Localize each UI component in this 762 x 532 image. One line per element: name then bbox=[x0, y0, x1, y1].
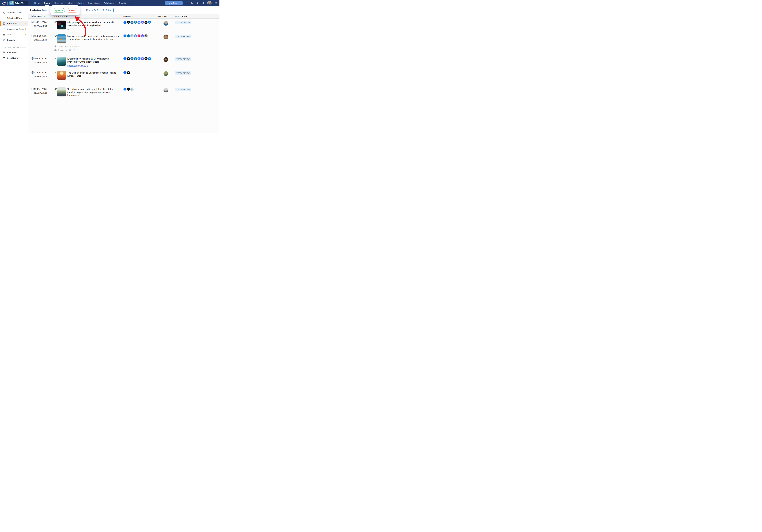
col-created-on[interactable]: CREATED ON bbox=[34, 15, 54, 17]
repeat-text: Repeats weekly bbox=[58, 49, 72, 51]
send-icon bbox=[3, 11, 5, 14]
move-to-draft-label: Move to Draft bbox=[86, 9, 98, 11]
created-on-time: 09:23 AM, EDT bbox=[34, 25, 54, 27]
brand-logo bbox=[9, 1, 14, 5]
nav-item-inbox[interactable]: Inbox bbox=[65, 0, 75, 6]
created-on-date: 15 Feb 2026 bbox=[34, 35, 54, 37]
zoho-social-logo-icon[interactable] bbox=[2, 1, 6, 5]
table-row[interactable]: 19 Feb 2026 09:23 AM, EDT #fintips Waymo… bbox=[28, 19, 219, 32]
x-icon: X bbox=[127, 57, 130, 60]
post-thumbnail[interactable] bbox=[57, 57, 66, 66]
nav-item-collaborate[interactable]: Collaborate bbox=[102, 0, 116, 6]
created-on-time: 10:33 AM, EDT bbox=[34, 39, 54, 41]
post-thumbnail[interactable] bbox=[57, 34, 66, 43]
drafts-icon bbox=[3, 33, 5, 36]
creator-avatar[interactable] bbox=[164, 71, 168, 76]
nav-item-monitor[interactable]: Monitor bbox=[75, 0, 86, 6]
sidebar-item-published-posts[interactable]: Published Posts bbox=[0, 10, 28, 15]
user-avatar[interactable] bbox=[207, 1, 211, 5]
sidebar-item-unpublished-posts[interactable]: Unpublished Posts3 bbox=[0, 26, 28, 32]
sidebar-item-social-library[interactable]: Social Library bbox=[0, 55, 28, 61]
delete-label: Delete bbox=[106, 9, 112, 11]
facebook-icon: f bbox=[123, 57, 126, 60]
status-badge: YET TO REVIEW bbox=[175, 21, 191, 24]
plus-icon: + bbox=[166, 2, 168, 4]
approve-button[interactable]: Approve bbox=[53, 8, 65, 13]
sidebar-item-rss-feeds[interactable]: RSS Feeds bbox=[0, 50, 28, 55]
brand-selector[interactable]: Zylker T... bbox=[9, 1, 28, 5]
clear-selection-link[interactable]: Clear bbox=[42, 9, 47, 11]
channels: fXinGm@ bbox=[123, 19, 157, 32]
row-checkbox[interactable] bbox=[32, 35, 34, 37]
delete-button[interactable]: Delete bbox=[100, 8, 114, 12]
clock-icon bbox=[54, 45, 56, 47]
post-truncated-ellipsis[interactable]: ... bbox=[67, 80, 121, 83]
linkedin-icon: in bbox=[130, 21, 133, 24]
status-badge: YET TO REVIEW bbox=[175, 71, 191, 75]
post-link[interactable]: https://zurl.co/cqZCa bbox=[67, 65, 121, 67]
notifications-bell-icon[interactable] bbox=[191, 2, 193, 4]
apps-grid-icon[interactable] bbox=[214, 2, 217, 4]
post-text[interactable]: "Peru has announced they will drop the 1… bbox=[67, 88, 121, 97]
sidebar-item-approvals[interactable]: Approvals5 bbox=[0, 21, 28, 26]
move-to-draft-icon bbox=[83, 9, 85, 11]
sidebar-item-scheduled-posts[interactable]: Scheduled Posts bbox=[0, 15, 28, 21]
sidebar-item-label: Published Posts bbox=[7, 11, 26, 14]
post-truncated-ellipsis[interactable]: ... bbox=[67, 28, 121, 30]
announcement-megaphone-icon[interactable] bbox=[202, 2, 204, 4]
table-row[interactable]: 04 Feb 2026 05:23 PM, EDT The ultimate g… bbox=[28, 69, 219, 86]
new-post-button[interactable]: +New Post bbox=[165, 1, 183, 5]
brand-name: Zylker T... bbox=[15, 2, 24, 4]
post-text[interactable]: Mist-covered landscapes, rain-kissed mou… bbox=[67, 34, 121, 41]
table-row[interactable]: 02 Feb 2026 02:53 PM, EDT "Peru has anno… bbox=[28, 86, 219, 100]
nav-item-connections[interactable]: Connections bbox=[86, 0, 102, 6]
select-all-checkbox[interactable] bbox=[32, 15, 34, 17]
post-thumbnail[interactable] bbox=[57, 21, 66, 30]
post-text[interactable]: The ultimate guide to California's Chann… bbox=[67, 71, 121, 77]
rss-icon bbox=[3, 51, 5, 54]
row-checkbox[interactable] bbox=[32, 71, 34, 74]
post-thumbnail[interactable] bbox=[57, 88, 66, 96]
approvals-page: Zylker T... HomePostsMessagesInboxMonito… bbox=[0, 0, 219, 133]
sidebar-item-count: 5 bbox=[25, 22, 26, 25]
table-row[interactable]: 09 Feb 2026 03:13 PM, EDT Exploring new … bbox=[28, 55, 219, 69]
settings-gear-icon[interactable] bbox=[196, 2, 199, 4]
calendar-icon bbox=[3, 39, 5, 41]
sidebar-item-calendar[interactable]: Calendar bbox=[0, 37, 28, 43]
google-icon: G bbox=[134, 34, 137, 37]
row-checkbox[interactable] bbox=[32, 57, 34, 59]
feed-list-icon[interactable] bbox=[185, 2, 188, 4]
col-post-status: POST STATUS bbox=[175, 15, 219, 17]
channels: fXinGm@ bbox=[123, 55, 157, 69]
reject-button[interactable]: Reject bbox=[67, 8, 77, 13]
nav-item-posts[interactable]: Posts bbox=[42, 0, 52, 6]
new-post-dropdown[interactable] bbox=[179, 1, 183, 5]
sidebar-item-label: Approvals bbox=[7, 22, 25, 25]
row-checkbox[interactable] bbox=[32, 21, 34, 23]
top-navigation-bar: Zylker T... HomePostsMessagesInboxMonito… bbox=[0, 0, 219, 6]
repeat-info: Repeats weekly bbox=[54, 49, 123, 51]
nav-item-messages[interactable]: Messages bbox=[52, 0, 65, 6]
nav-more-button[interactable]: ••• bbox=[128, 2, 134, 4]
post-text[interactable]: Exploring new horizons 🌍✈️ #Wanderlust #… bbox=[67, 57, 121, 63]
content-library-section: CONTENT LIBRARY bbox=[3, 46, 26, 48]
post-thumbnail[interactable] bbox=[57, 71, 66, 80]
info-icon[interactable] bbox=[73, 49, 75, 50]
nav-item-home[interactable]: Home bbox=[32, 0, 42, 6]
move-to-draft-button[interactable]: Move to Draft bbox=[81, 8, 100, 12]
creator-avatar[interactable] bbox=[164, 88, 168, 93]
clock-icon bbox=[3, 17, 5, 19]
creator-avatar[interactable] bbox=[164, 57, 168, 62]
business-profile-icon bbox=[130, 34, 133, 37]
approval-badge-icon bbox=[3, 22, 5, 25]
creator-avatar[interactable] bbox=[164, 34, 168, 39]
nav-item-reports[interactable]: Reports bbox=[116, 0, 128, 6]
row-checkbox[interactable] bbox=[32, 88, 34, 90]
content-library-label: CONTENT LIBRARY bbox=[3, 46, 19, 48]
creator-avatar[interactable] bbox=[164, 21, 168, 26]
sidebar-item-drafts[interactable]: Drafts3 bbox=[0, 32, 28, 37]
table-row[interactable]: 15 Feb 2026 10:33 AM, EDT Mist-covered l… bbox=[28, 32, 219, 55]
post-text[interactable]: #fintips Waymo resumes service in San Fr… bbox=[67, 21, 121, 27]
facebook-icon: f bbox=[123, 71, 126, 74]
chevron-down-icon bbox=[180, 3, 182, 4]
